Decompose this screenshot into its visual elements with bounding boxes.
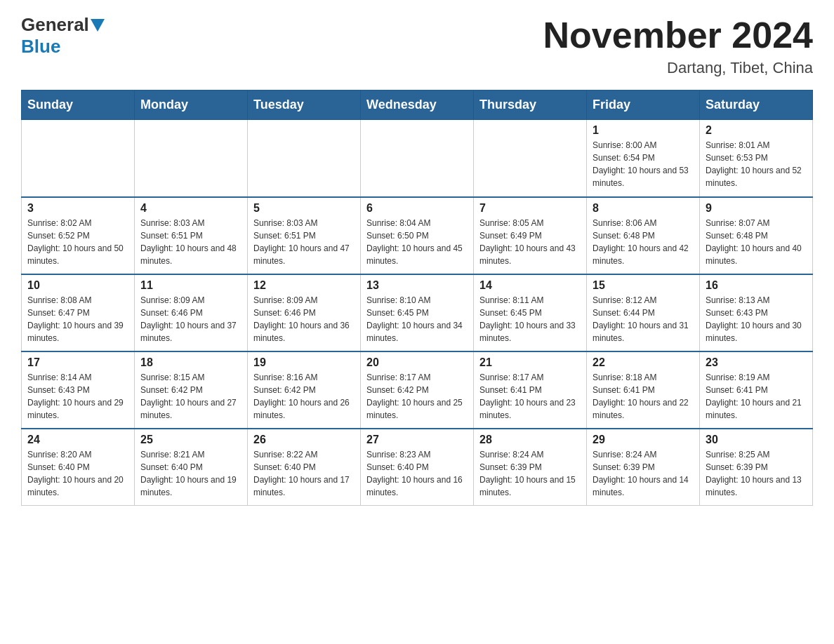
calendar-cell: 8Sunrise: 8:06 AMSunset: 6:48 PMDaylight… [587, 197, 700, 274]
day-number: 26 [253, 434, 355, 446]
day-info: Sunrise: 8:09 AMSunset: 6:46 PMDaylight:… [140, 294, 241, 344]
day-info: Sunrise: 8:19 AMSunset: 6:41 PMDaylight:… [706, 371, 807, 422]
day-header-row: SundayMondayTuesdayWednesdayThursdayFrid… [22, 90, 813, 120]
day-info: Sunrise: 8:22 AMSunset: 6:40 PMDaylight:… [253, 448, 355, 499]
day-number: 25 [140, 434, 241, 446]
col-header-tuesday: Tuesday [248, 90, 361, 120]
calendar-cell: 29Sunrise: 8:24 AMSunset: 6:39 PMDayligh… [587, 429, 700, 506]
day-number: 24 [27, 434, 128, 446]
col-header-thursday: Thursday [474, 90, 587, 120]
calendar-cell: 22Sunrise: 8:18 AMSunset: 6:41 PMDayligh… [587, 351, 700, 429]
calendar-cell [248, 120, 361, 197]
day-number: 3 [27, 202, 128, 215]
calendar-cell: 26Sunrise: 8:22 AMSunset: 6:40 PMDayligh… [248, 429, 361, 506]
day-number: 11 [140, 279, 241, 292]
day-number: 27 [366, 434, 468, 446]
day-info: Sunrise: 8:00 AMSunset: 6:54 PMDaylight:… [593, 139, 694, 189]
col-header-wednesday: Wednesday [361, 90, 474, 120]
day-number: 9 [706, 202, 807, 215]
day-number: 8 [593, 202, 694, 215]
calendar-cell: 4Sunrise: 8:03 AMSunset: 6:51 PMDaylight… [135, 197, 248, 274]
week-row-5: 24Sunrise: 8:20 AMSunset: 6:40 PMDayligh… [22, 429, 813, 506]
logo: General Blue [21, 14, 106, 58]
day-number: 1 [593, 124, 694, 137]
week-row-4: 17Sunrise: 8:14 AMSunset: 6:43 PMDayligh… [22, 351, 813, 429]
calendar-cell: 19Sunrise: 8:16 AMSunset: 6:42 PMDayligh… [248, 351, 361, 429]
day-info: Sunrise: 8:18 AMSunset: 6:41 PMDaylight:… [593, 371, 694, 422]
day-info: Sunrise: 8:24 AMSunset: 6:39 PMDaylight:… [593, 448, 694, 499]
calendar-cell: 21Sunrise: 8:17 AMSunset: 6:41 PMDayligh… [474, 351, 587, 429]
day-info: Sunrise: 8:03 AMSunset: 6:51 PMDaylight:… [140, 217, 241, 267]
header: General Blue November 2024 Dartang, Tibe… [21, 14, 813, 77]
day-number: 19 [253, 356, 355, 369]
day-number: 15 [593, 279, 694, 292]
day-info: Sunrise: 8:01 AMSunset: 6:53 PMDaylight:… [706, 139, 807, 189]
day-number: 4 [140, 202, 241, 215]
day-number: 7 [479, 202, 581, 215]
day-info: Sunrise: 8:03 AMSunset: 6:51 PMDaylight:… [253, 217, 355, 267]
day-info: Sunrise: 8:12 AMSunset: 6:44 PMDaylight:… [593, 294, 694, 344]
day-number: 2 [706, 124, 807, 137]
calendar-cell: 14Sunrise: 8:11 AMSunset: 6:45 PMDayligh… [474, 274, 587, 351]
week-row-1: 1Sunrise: 8:00 AMSunset: 6:54 PMDaylight… [22, 120, 813, 197]
calendar-cell [474, 120, 587, 197]
day-number: 16 [706, 279, 807, 292]
calendar-cell: 27Sunrise: 8:23 AMSunset: 6:40 PMDayligh… [361, 429, 474, 506]
day-info: Sunrise: 8:17 AMSunset: 6:41 PMDaylight:… [479, 371, 581, 422]
calendar-cell [135, 120, 248, 197]
day-info: Sunrise: 8:24 AMSunset: 6:39 PMDaylight:… [479, 448, 581, 499]
day-info: Sunrise: 8:15 AMSunset: 6:42 PMDaylight:… [140, 371, 241, 422]
calendar-cell: 23Sunrise: 8:19 AMSunset: 6:41 PMDayligh… [700, 351, 813, 429]
calendar-cell: 5Sunrise: 8:03 AMSunset: 6:51 PMDaylight… [248, 197, 361, 274]
day-number: 13 [366, 279, 468, 292]
day-number: 29 [593, 434, 694, 446]
day-info: Sunrise: 8:20 AMSunset: 6:40 PMDaylight:… [27, 448, 128, 499]
day-number: 21 [479, 356, 581, 369]
day-info: Sunrise: 8:07 AMSunset: 6:48 PMDaylight:… [706, 217, 807, 267]
calendar-cell: 12Sunrise: 8:09 AMSunset: 6:46 PMDayligh… [248, 274, 361, 351]
calendar-cell: 24Sunrise: 8:20 AMSunset: 6:40 PMDayligh… [22, 429, 135, 506]
calendar-cell: 15Sunrise: 8:12 AMSunset: 6:44 PMDayligh… [587, 274, 700, 351]
day-info: Sunrise: 8:05 AMSunset: 6:49 PMDaylight:… [479, 217, 581, 267]
day-info: Sunrise: 8:13 AMSunset: 6:43 PMDaylight:… [706, 294, 807, 344]
day-number: 22 [593, 356, 694, 369]
calendar-cell: 11Sunrise: 8:09 AMSunset: 6:46 PMDayligh… [135, 274, 248, 351]
calendar-cell: 28Sunrise: 8:24 AMSunset: 6:39 PMDayligh… [474, 429, 587, 506]
calendar-table: SundayMondayTuesdayWednesdayThursdayFrid… [21, 90, 813, 506]
day-info: Sunrise: 8:02 AMSunset: 6:52 PMDaylight:… [27, 217, 128, 267]
week-row-2: 3Sunrise: 8:02 AMSunset: 6:52 PMDaylight… [22, 197, 813, 274]
day-number: 30 [706, 434, 807, 446]
calendar-cell: 1Sunrise: 8:00 AMSunset: 6:54 PMDaylight… [587, 120, 700, 197]
day-number: 17 [27, 356, 128, 369]
calendar-cell: 30Sunrise: 8:25 AMSunset: 6:39 PMDayligh… [700, 429, 813, 506]
calendar-cell: 6Sunrise: 8:04 AMSunset: 6:50 PMDaylight… [361, 197, 474, 274]
day-info: Sunrise: 8:25 AMSunset: 6:39 PMDaylight:… [706, 448, 807, 499]
day-info: Sunrise: 8:17 AMSunset: 6:42 PMDaylight:… [366, 371, 468, 422]
calendar-cell [361, 120, 474, 197]
day-info: Sunrise: 8:06 AMSunset: 6:48 PMDaylight:… [593, 217, 694, 267]
day-info: Sunrise: 8:21 AMSunset: 6:40 PMDaylight:… [140, 448, 241, 499]
day-info: Sunrise: 8:10 AMSunset: 6:45 PMDaylight:… [366, 294, 468, 344]
day-info: Sunrise: 8:09 AMSunset: 6:46 PMDaylight:… [253, 294, 355, 344]
day-number: 23 [706, 356, 807, 369]
day-info: Sunrise: 8:14 AMSunset: 6:43 PMDaylight:… [27, 371, 128, 422]
week-row-3: 10Sunrise: 8:08 AMSunset: 6:47 PMDayligh… [22, 274, 813, 351]
day-number: 10 [27, 279, 128, 292]
title-area: November 2024 Dartang, Tibet, China [543, 14, 813, 77]
day-number: 12 [253, 279, 355, 292]
day-info: Sunrise: 8:16 AMSunset: 6:42 PMDaylight:… [253, 371, 355, 422]
day-info: Sunrise: 8:23 AMSunset: 6:40 PMDaylight:… [366, 448, 468, 499]
day-number: 14 [479, 279, 581, 292]
calendar-cell: 16Sunrise: 8:13 AMSunset: 6:43 PMDayligh… [700, 274, 813, 351]
day-info: Sunrise: 8:04 AMSunset: 6:50 PMDaylight:… [366, 217, 468, 267]
day-number: 18 [140, 356, 241, 369]
day-number: 5 [253, 202, 355, 215]
col-header-sunday: Sunday [22, 90, 135, 120]
col-header-friday: Friday [587, 90, 700, 120]
day-number: 6 [366, 202, 468, 215]
calendar-cell: 7Sunrise: 8:05 AMSunset: 6:49 PMDaylight… [474, 197, 587, 274]
calendar-cell: 18Sunrise: 8:15 AMSunset: 6:42 PMDayligh… [135, 351, 248, 429]
calendar-cell: 3Sunrise: 8:02 AMSunset: 6:52 PMDaylight… [22, 197, 135, 274]
day-number: 28 [479, 434, 581, 446]
calendar-cell: 25Sunrise: 8:21 AMSunset: 6:40 PMDayligh… [135, 429, 248, 506]
